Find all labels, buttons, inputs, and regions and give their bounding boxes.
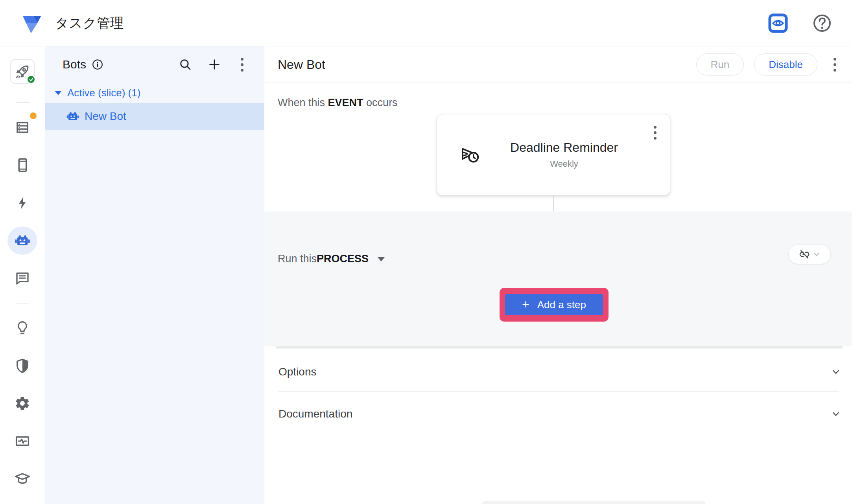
options-label: Options: [278, 366, 317, 378]
help-icon[interactable]: [811, 12, 833, 34]
monitoring-icon: [14, 433, 31, 449]
event-card-subtitle: Weekly: [482, 159, 646, 169]
collapse-triangle-icon: [55, 91, 62, 95]
bot-title: New Bot: [278, 57, 325, 72]
scheduled-event-icon: [457, 143, 482, 167]
next-card-peek: [482, 501, 706, 504]
process-section: Run this PROCESS + Add a step: [264, 212, 852, 346]
settings-gear-icon: [15, 395, 30, 411]
nav-data[interactable]: [0, 109, 45, 146]
lightbulb-icon: [15, 320, 30, 336]
add-a-step-label: Add a step: [537, 299, 586, 311]
smartphone-icon: [14, 157, 31, 173]
education-icon: [14, 471, 31, 487]
active-nav-highlight: [7, 226, 37, 255]
data-notification-dot: [30, 112, 37, 119]
nav-actions[interactable]: [0, 184, 45, 222]
left-nav-rail: [0, 46, 45, 504]
chevron-down-icon: [813, 251, 820, 258]
search-icon[interactable]: [177, 56, 194, 73]
bot-editor-kebab-menu-icon[interactable]: [828, 55, 842, 74]
event-card[interactable]: Deadline Reminder Weekly: [437, 114, 670, 195]
nav-chat[interactable]: [0, 259, 45, 297]
process-dropdown-caret-icon: [377, 257, 385, 261]
documentation-section-toggle[interactable]: Documentation: [264, 392, 852, 436]
bots-group-label: Active (slice) (1): [67, 87, 140, 99]
documentation-label: Documentation: [278, 408, 352, 420]
bot-icon: [66, 109, 80, 123]
event-keyword: EVENT: [328, 97, 363, 109]
chat-icon: [14, 270, 31, 287]
add-step-highlight-annotation: + Add a step: [500, 288, 609, 322]
disable-button[interactable]: Disable: [754, 53, 817, 75]
nav-intelligence[interactable]: [0, 309, 45, 347]
plus-icon: +: [522, 298, 529, 311]
event-card-title: Deadline Reminder: [482, 140, 646, 155]
chevron-down-icon: [832, 410, 840, 418]
shield-icon: [15, 358, 30, 373]
nav-settings[interactable]: [0, 384, 45, 422]
flow-connector-line: [553, 195, 554, 212]
app-title: タスク管理: [55, 14, 124, 32]
bots-panel: Bots: [45, 46, 264, 504]
options-section-toggle[interactable]: Options: [264, 349, 852, 394]
nav-learn[interactable]: [0, 460, 45, 498]
nav-app-views[interactable]: [0, 146, 45, 184]
bots-panel-kebab-menu-icon[interactable]: [235, 55, 249, 74]
database-icon: [14, 119, 31, 136]
bots-group-active[interactable]: Active (slice) (1): [45, 83, 264, 103]
bot-editor-header: New Bot Run Disable: [264, 46, 852, 83]
top-bar: タスク管理: [0, 0, 852, 46]
bots-panel-title: Bots: [63, 58, 86, 71]
plus-icon[interactable]: [206, 56, 223, 73]
bot-editor: New Bot Run Disable When this EVENT occu…: [264, 46, 852, 504]
bots-panel-header: Bots: [45, 46, 264, 83]
topbar-actions: [767, 0, 833, 46]
link-process-control[interactable]: [788, 245, 831, 264]
bot-list-item-new-bot[interactable]: New Bot: [45, 103, 264, 130]
run-button[interactable]: Run: [696, 53, 744, 75]
process-keyword: PROCESS: [317, 253, 369, 265]
app-preview-icon[interactable]: [767, 12, 789, 34]
bot-list-item-label: New Bot: [85, 110, 126, 123]
info-icon[interactable]: [92, 59, 103, 70]
app-window: タスク管理: [0, 0, 852, 504]
appsheet-logo-icon[interactable]: [19, 11, 44, 36]
process-sentence[interactable]: Run this PROCESS: [278, 253, 385, 265]
link-off-icon: [799, 249, 810, 260]
section-shadow: [276, 346, 843, 349]
rail-divider: [16, 303, 29, 304]
event-card-kebab-menu-icon[interactable]: [648, 123, 662, 142]
nav-automation[interactable]: [0, 222, 45, 259]
rail-divider: [16, 102, 29, 103]
bot-icon: [14, 232, 31, 249]
add-a-step-button[interactable]: + Add a step: [505, 294, 603, 315]
nav-security[interactable]: [0, 347, 45, 384]
bolt-icon: [15, 195, 30, 211]
event-sentence: When this EVENT occurs: [278, 97, 398, 109]
deploy-status-frame: [10, 59, 35, 84]
chevron-down-icon: [832, 368, 840, 376]
deploy-check-badge-icon: [26, 75, 36, 84]
nav-deploy[interactable]: [0, 46, 45, 97]
nav-monitor[interactable]: [0, 422, 45, 460]
